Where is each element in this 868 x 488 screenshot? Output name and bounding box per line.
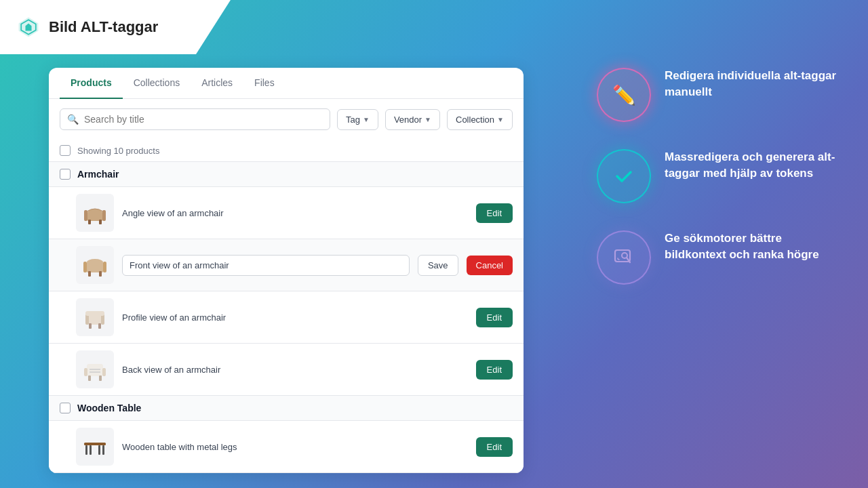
- svg-rect-9: [83, 262, 87, 272]
- feature-3-text: Ge sökmotorer bättre bildkontext och ran…: [665, 230, 841, 263]
- save-button[interactable]: Save: [418, 255, 458, 276]
- feature-3-circle: [597, 230, 651, 285]
- edit-button[interactable]: Edit: [476, 360, 513, 380]
- group-table-header: Wooden Table: [49, 396, 524, 421]
- svg-rect-19: [85, 311, 104, 316]
- checkmark-icon: [612, 164, 636, 188]
- armchair-group-checkbox[interactable]: [60, 169, 71, 180]
- feature-1: ✏️ Redigera individuella alt-taggar manu…: [597, 68, 841, 122]
- group-armchair-header: Armchair: [49, 162, 524, 187]
- image-row: Wooden table with metal legs Edit: [49, 421, 524, 473]
- group-table-title: Wooden Table: [77, 403, 141, 413]
- svg-rect-5: [102, 210, 106, 221]
- svg-rect-17: [89, 323, 92, 329]
- search-input[interactable]: [84, 114, 323, 125]
- feature-2: Massredigera och generera alt-taggar med…: [597, 149, 841, 203]
- armchair-front-thumb: [79, 249, 111, 281]
- image-row: Profile view of an armchair Edit: [49, 291, 524, 344]
- feature-3: Ge sökmotorer bättre bildkontext och ran…: [597, 230, 841, 285]
- svg-rect-22: [102, 368, 106, 376]
- svg-rect-12: [99, 271, 102, 277]
- svg-rect-20: [87, 364, 103, 376]
- image-thumb: [76, 194, 114, 232]
- features-panel: ✏️ Redigera individuella alt-taggar manu…: [597, 68, 841, 285]
- tab-collections[interactable]: Collections: [123, 68, 191, 99]
- tab-articles[interactable]: Articles: [191, 68, 243, 99]
- svg-rect-6: [88, 220, 91, 224]
- svg-rect-10: [103, 262, 106, 272]
- svg-rect-24: [99, 375, 102, 381]
- toolbar: 🔍 Tag ▼ Vendor ▼ Collection ▼: [49, 99, 524, 140]
- search-box: 🔍: [60, 108, 330, 130]
- alt-text: Wooden table with metal legs: [122, 442, 468, 452]
- svg-rect-11: [88, 271, 91, 277]
- svg-rect-23: [88, 375, 91, 381]
- tab-bar: Products Collections Articles Files: [49, 68, 524, 99]
- showing-row: Showing 10 products: [49, 140, 524, 162]
- alt-text: Profile view of an armchair: [122, 312, 468, 323]
- pencil-icon: ✏️: [612, 84, 636, 106]
- chevron-down-icon: ▼: [363, 116, 370, 123]
- alt-text: Back view of an armchair: [122, 365, 468, 375]
- feature-2-text: Massredigera och generera alt-taggar med…: [665, 149, 841, 182]
- group-armchair-title: Armchair: [77, 169, 119, 180]
- app-title: Bild ALT-taggar: [49, 18, 158, 36]
- alt-text-input[interactable]: [122, 255, 410, 276]
- feature-1-circle: ✏️: [597, 68, 651, 122]
- tab-products[interactable]: Products: [60, 68, 123, 99]
- select-all-checkbox[interactable]: [60, 145, 71, 156]
- cancel-button[interactable]: Cancel: [467, 256, 513, 275]
- edit-button[interactable]: Edit: [476, 308, 513, 327]
- svg-rect-18: [98, 323, 101, 329]
- svg-rect-7: [99, 220, 102, 224]
- image-thumb: [76, 246, 114, 284]
- vendor-filter-button[interactable]: Vendor ▼: [385, 109, 440, 130]
- feature-2-circle: [597, 149, 651, 203]
- svg-rect-27: [84, 443, 106, 445]
- showing-text: Showing 10 products: [77, 146, 159, 156]
- image-row: Back view of an armchair Edit: [49, 344, 524, 396]
- main-card: Products Collections Articles Files 🔍 Ta…: [49, 68, 524, 473]
- svg-rect-29: [102, 445, 104, 455]
- image-search-icon: [611, 245, 637, 270]
- table-group-checkbox[interactable]: [60, 403, 71, 413]
- svg-rect-14: [88, 315, 102, 325]
- tag-filter-button[interactable]: Tag ▼: [337, 109, 378, 130]
- tab-files[interactable]: Files: [243, 68, 285, 99]
- chevron-down-icon: ▼: [425, 116, 431, 123]
- feature-1-text: Redigera individuella alt-taggar manuell…: [665, 68, 841, 100]
- app-header: Bild ALT-taggar: [0, 0, 231, 54]
- edit-button[interactable]: Edit: [476, 203, 513, 223]
- logo-icon: [16, 15, 41, 39]
- search-icon: 🔍: [67, 114, 79, 125]
- image-thumb: [76, 428, 114, 466]
- alt-text: Angle view of an armchair: [122, 208, 468, 218]
- svg-rect-4: [84, 210, 87, 221]
- svg-rect-30: [90, 445, 92, 455]
- svg-rect-21: [84, 368, 87, 376]
- chevron-down-icon: ▼: [497, 116, 504, 123]
- wooden-table-thumb: [79, 430, 111, 463]
- image-thumb: [76, 298, 114, 336]
- armchair-profile-thumb: [79, 301, 111, 333]
- svg-rect-3: [87, 211, 103, 221]
- image-row: Angle view of an armchair Edit: [49, 187, 524, 239]
- image-thumb: [76, 350, 114, 388]
- collection-filter-button[interactable]: Collection ▼: [447, 109, 513, 130]
- armchair-angle-thumb: [79, 197, 111, 229]
- svg-point-13: [87, 259, 103, 266]
- svg-rect-31: [98, 445, 100, 455]
- image-row-editing: Save Cancel: [49, 239, 524, 291]
- armchair-back-thumb: [79, 353, 111, 386]
- edit-button[interactable]: Edit: [476, 437, 513, 457]
- svg-rect-28: [85, 445, 87, 455]
